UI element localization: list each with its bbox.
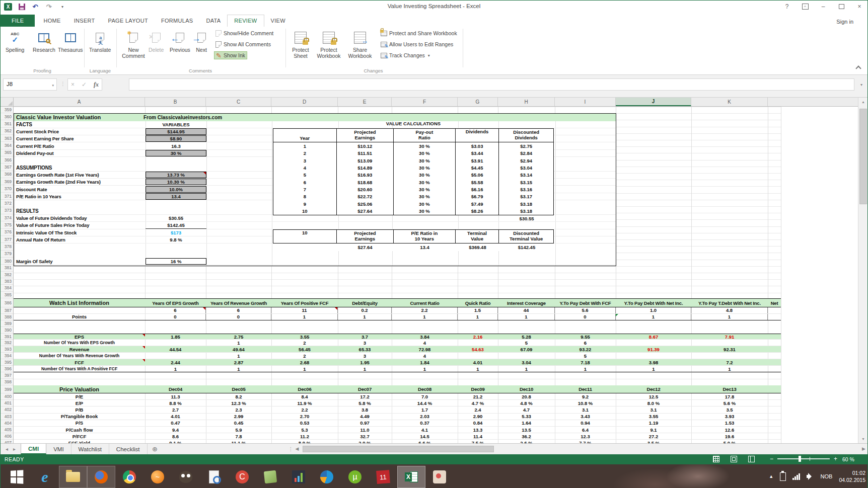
cell[interactable]: 5.6 — [555, 307, 616, 313]
cell[interactable]: 14.4 % — [392, 400, 458, 406]
cell[interactable]: 7.7 % — [555, 440, 616, 443]
cell[interactable]: 5.6 % — [691, 400, 768, 406]
scroll-right-icon[interactable]: ▶ — [862, 446, 865, 451]
cell[interactable]: $13.09 — [337, 157, 394, 164]
cell[interactable]: 4.49 — [338, 414, 392, 420]
cell[interactable]: 2.68 — [271, 359, 338, 365]
cell[interactable]: 36.2 — [498, 433, 555, 439]
cell[interactable]: $6.79 — [456, 193, 499, 200]
row-header-398[interactable]: 398 — [1, 379, 13, 385]
cell[interactable]: 2.90 — [458, 414, 498, 420]
cell[interactable]: 1 — [498, 314, 555, 320]
row-header-373[interactable]: 373 — [1, 207, 13, 214]
cell[interactable]: 1 — [271, 314, 338, 320]
column-header-K[interactable]: K — [691, 98, 768, 106]
cell-A367[interactable]: ASSUMPTIONS — [16, 164, 52, 171]
cell[interactable] — [273, 243, 336, 251]
normal-view-icon[interactable] — [713, 456, 719, 462]
cell[interactable]: $369.48 — [456, 243, 499, 251]
cell[interactable]: $7.49 — [456, 200, 499, 207]
row-header-405[interactable]: 405 — [1, 427, 13, 433]
scroll-down-icon[interactable]: ▼ — [859, 435, 867, 443]
sheet-tab-watchlist[interactable]: Watchlist — [71, 444, 109, 454]
cell[interactable]: 11.0 — [338, 427, 392, 433]
clock[interactable]: 01:02 04.02.2015 — [839, 469, 865, 483]
row-header-375[interactable]: 375 — [1, 221, 13, 228]
cell[interactable]: $142.45 — [499, 243, 554, 251]
cell[interactable]: 2.7 — [145, 406, 206, 413]
track-changes-button[interactable]: ✎ Track Changes ▾ — [379, 51, 431, 59]
firefox-icon[interactable] — [87, 466, 115, 488]
cell-A362[interactable]: Current Stock Price — [16, 128, 59, 135]
cell[interactable]: 1 — [691, 366, 768, 372]
collapse-ribbon-icon[interactable] — [855, 65, 861, 71]
thesaurus-button[interactable]: Thesaurus — [56, 29, 85, 54]
cell[interactable]: $3.04 — [499, 164, 553, 171]
cell[interactable]: $8.26 — [456, 207, 499, 214]
cell[interactable]: $6.16 — [456, 186, 499, 193]
cell-A373[interactable]: RESULTS — [16, 208, 39, 214]
cell[interactable] — [616, 353, 691, 359]
row-header-383[interactable]: 383 — [1, 278, 13, 285]
cell-B370[interactable]: 10.0% — [146, 186, 206, 193]
cell[interactable]: 0.53 — [271, 420, 338, 426]
cell[interactable]: 1 — [555, 366, 616, 372]
cell[interactable] — [691, 353, 768, 359]
cell[interactable]: 0.94 — [555, 420, 616, 426]
cell[interactable]: 5 — [498, 340, 555, 346]
row-header-382[interactable]: 382 — [1, 272, 13, 278]
column-header-H[interactable]: H — [498, 98, 555, 106]
utorrent-icon[interactable]: µ — [341, 466, 369, 488]
cell[interactable]: 2 — [271, 353, 338, 359]
row-header-392[interactable]: 392 — [1, 340, 13, 347]
cell[interactable]: 7.5 % — [458, 440, 498, 443]
cell[interactable]: 4.7 — [498, 406, 555, 413]
horizontal-scrollbar[interactable]: ◀ ▶ — [296, 445, 866, 453]
cell[interactable]: 2.16 — [458, 334, 498, 340]
cell[interactable]: 20.8 — [498, 393, 555, 399]
cell-B368[interactable]: 13.73 % — [146, 172, 206, 178]
cell[interactable]: 1.95 — [338, 359, 392, 365]
row-header-368[interactable]: 368 — [1, 171, 13, 178]
row-header-376[interactable]: 376 — [1, 229, 13, 236]
chrome-icon[interactable] — [115, 466, 143, 488]
cell[interactable]: 3.5 — [691, 406, 768, 413]
row-header-391[interactable]: 391 — [1, 334, 13, 340]
row-header-371[interactable]: 371 — [1, 193, 13, 200]
cell[interactable]: $11.51 — [337, 150, 394, 157]
row-header-390[interactable]: 390 — [1, 327, 13, 334]
cell[interactable]: P/S — [14, 420, 145, 426]
row-header-399[interactable]: 399 — [1, 385, 13, 393]
cell[interactable]: 44 — [498, 307, 555, 313]
research-button[interactable]: Research — [31, 29, 57, 54]
cell[interactable]: 11.1 % — [206, 440, 271, 443]
cell[interactable]: 1 — [616, 366, 691, 372]
cell[interactable]: 2.2 — [392, 307, 458, 313]
next-comment-button[interactable]: → Next — [192, 29, 211, 54]
row-header-380[interactable]: 380 — [1, 258, 13, 265]
cell[interactable]: 0 — [555, 314, 616, 320]
row-header-395[interactable]: 395 — [1, 359, 13, 366]
cell[interactable]: 4 — [392, 340, 458, 346]
excel-taskbar-icon[interactable]: X — [397, 466, 425, 488]
sheet-tab-cmi[interactable]: CMI — [21, 444, 46, 454]
cell[interactable]: 3.1 — [555, 406, 616, 413]
tab-view[interactable]: VIEW — [264, 15, 292, 27]
new-sheet-button[interactable]: ⊕ — [148, 444, 163, 454]
cell[interactable]: 11.9 % — [271, 400, 338, 406]
cell-A377[interactable]: Annual Rate Of Return — [16, 236, 65, 243]
cell[interactable]: 1 — [206, 366, 271, 372]
protect-workbook-button[interactable]: Protect Workbook — [314, 29, 344, 60]
close-button[interactable]: × — [854, 2, 864, 11]
cell[interactable]: 9.4 — [145, 427, 206, 433]
cell[interactable]: $27.64 — [337, 207, 394, 214]
cell[interactable]: 30 % — [394, 150, 456, 157]
cell[interactable]: 0.37 — [392, 420, 458, 426]
cell[interactable]: $2.94 — [499, 157, 553, 164]
cell[interactable]: 3 — [273, 157, 337, 164]
statistics-app-icon[interactable] — [284, 466, 313, 488]
cell[interactable]: 30 % — [394, 200, 456, 207]
cell[interactable]: 6 — [273, 179, 337, 186]
column-header-I[interactable]: I — [555, 98, 616, 106]
zoom-in-icon[interactable]: + — [834, 455, 837, 462]
